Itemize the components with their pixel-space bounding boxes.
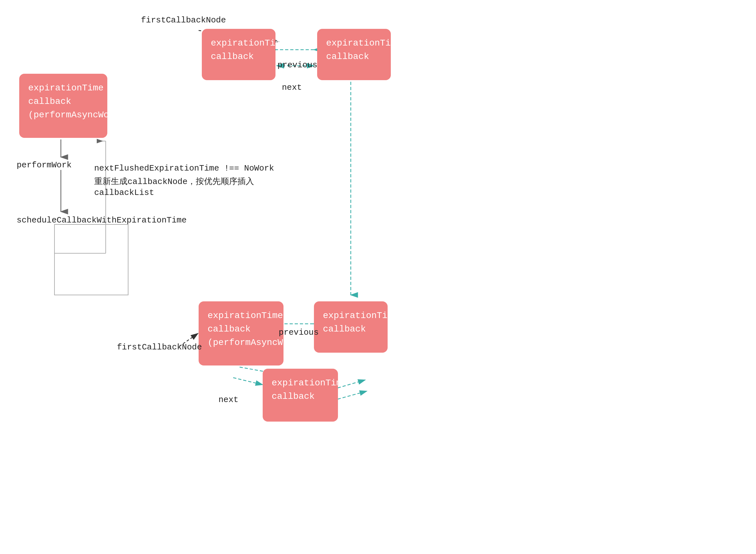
svg-rect-12 (55, 224, 128, 295)
label-previous-bottom: previous (279, 328, 319, 337)
label-nextflushed: nextFlushedExpirationTime !== NoWork (94, 164, 274, 173)
label-previous-top: previous (277, 60, 317, 70)
label-firstcallbacknode-bottom: firstCallbackNode (117, 342, 202, 352)
node-expiration-callback-2: expirationTime callback (317, 29, 391, 80)
label-regenerate: 重新生成callbackNode，按优先顺序插入 (94, 176, 254, 187)
node-expiration-callback-1: expirationTime callback (202, 29, 275, 80)
node-expiration-performasync-2: expirationTime callback (performAsyncWor… (199, 301, 284, 366)
label-next-bottom: next (218, 395, 238, 404)
svg-line-22 (338, 391, 367, 399)
svg-line-20 (233, 378, 263, 385)
node-expiration-callback-3: expirationTime callback (314, 301, 388, 353)
node-expiration-performasync-1: expirationTime callback (performAsyncWor… (19, 74, 107, 138)
node-expiration-callback-4: expirationTime callback (263, 369, 338, 422)
label-performwork: performWork (17, 160, 72, 170)
label-callbacklist: callbackList (94, 188, 154, 198)
label-next-top: next (282, 83, 302, 92)
label-schedule: scheduleCallbackWithExpirationTime (17, 215, 187, 225)
label-firstcallbacknode-top: firstCallbackNode (141, 15, 226, 25)
